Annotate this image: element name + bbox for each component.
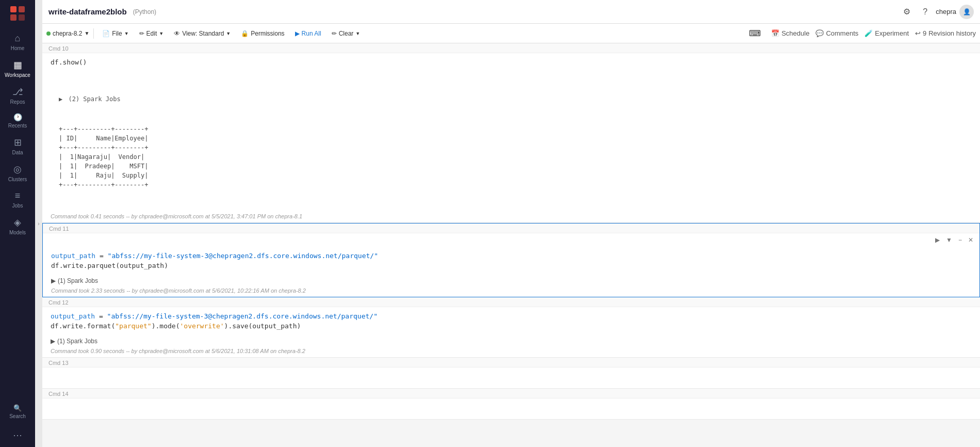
sidebar-item-jobs[interactable]: ≡ Jobs bbox=[0, 186, 35, 213]
spark-jobs-label-11: (1) Spark Jobs bbox=[58, 277, 98, 284]
cell-10-code[interactable]: df.show() bbox=[42, 53, 980, 72]
cell-10-output: ▶ (2) Spark Jobs +---+---------+--------… bbox=[42, 72, 980, 212]
cell-12-code[interactable]: output_path = "abfss://my-file-system-3@… bbox=[42, 307, 980, 336]
sidebar-label-repos: Repos bbox=[10, 99, 25, 105]
svg-rect-1 bbox=[19, 6, 25, 12]
experiment-icon: 🧪 bbox=[864, 29, 873, 37]
sidebar-item-search[interactable]: 🔍 Search bbox=[0, 400, 35, 425]
app-logo[interactable] bbox=[8, 4, 27, 23]
table-output: +---+---------+--------+ | ID| Name|Empl… bbox=[51, 124, 972, 189]
cell-12: Cmd 12 output_path = "abfss://my-file-sy… bbox=[42, 297, 980, 358]
spark-jobs-label-10: (2) Spark Jobs bbox=[64, 94, 120, 104]
search-icon: 🔍 bbox=[13, 404, 22, 412]
topbar: write-dataframe2blob (Python) ⚙ ? chepra… bbox=[42, 0, 980, 24]
cell-13-code[interactable] bbox=[42, 368, 980, 388]
cell-14-cmd: Cmd 14 bbox=[42, 389, 980, 398]
permissions-button[interactable]: 🔒 Permissions bbox=[237, 28, 288, 39]
spark-arrow-11: ▶ bbox=[51, 277, 56, 284]
view-dropdown-icon: ▼ bbox=[226, 31, 231, 36]
help-button[interactable]: ? bbox=[919, 5, 932, 19]
user-avatar: 👤 bbox=[959, 5, 974, 19]
sidebar-label-clusters: Clusters bbox=[8, 177, 27, 182]
file-icon: 📄 bbox=[102, 30, 110, 37]
sidebar-item-models[interactable]: ◈ Models bbox=[0, 213, 35, 240]
cell-13-cmd: Cmd 13 bbox=[42, 358, 980, 368]
sidebar-item-recents[interactable]: 🕐 Recents bbox=[0, 109, 35, 133]
comments-button[interactable]: 💬 Comments bbox=[815, 29, 858, 37]
edit-dropdown-icon: ▼ bbox=[159, 31, 164, 36]
schedule-icon: 📅 bbox=[771, 29, 779, 37]
sidebar-item-apps[interactable]: ⋯ bbox=[0, 425, 35, 447]
run-all-label: Run All bbox=[302, 30, 321, 37]
models-icon: ◈ bbox=[14, 217, 21, 228]
file-button[interactable]: 📄 File ▼ bbox=[98, 28, 133, 39]
view-button[interactable]: 👁 View: Standard ▼ bbox=[170, 28, 235, 39]
clear-button[interactable]: ✏ Clear ▼ bbox=[328, 28, 365, 39]
sidebar-label-models: Models bbox=[9, 230, 26, 235]
workspace-icon: ▦ bbox=[13, 59, 22, 71]
user-menu[interactable]: chepra 👤 bbox=[936, 5, 974, 19]
cluster-selector[interactable]: chepra-8.2 ▼ bbox=[46, 30, 89, 37]
revision-count: 9 bbox=[923, 29, 926, 37]
cell-12-cmd: Cmd 12 bbox=[42, 297, 980, 307]
run-all-icon: ▶ bbox=[295, 30, 300, 37]
cell-12-time: Command took 0.90 seconds -- by chpradee… bbox=[42, 347, 980, 357]
view-label: View: Standard bbox=[182, 30, 224, 37]
jobs-icon: ≡ bbox=[15, 190, 21, 201]
cell-11-code[interactable]: output_path = "abfss://my-file-system-3@… bbox=[43, 247, 979, 275]
experiment-button[interactable]: 🧪 Experiment bbox=[864, 29, 909, 37]
sidebar-label-home: Home bbox=[11, 45, 25, 51]
comments-icon: 💬 bbox=[815, 29, 824, 37]
sidebar-item-workspace[interactable]: ▦ Workspace bbox=[0, 55, 35, 82]
clear-icon: ✏ bbox=[332, 30, 337, 37]
main-area: write-dataframe2blob (Python) ⚙ ? chepra… bbox=[42, 0, 980, 447]
sidebar-label-jobs: Jobs bbox=[12, 203, 23, 209]
spark-jobs-12[interactable]: ▶ (1) Spark Jobs bbox=[42, 336, 980, 347]
sidebar-item-home[interactable]: ⌂ Home bbox=[0, 29, 35, 55]
settings-button[interactable]: ⚙ bbox=[899, 5, 914, 19]
run-all-button[interactable]: ▶ Run All bbox=[291, 28, 325, 39]
cell-10-time: Command took 0.41 seconds -- by chpradee… bbox=[42, 212, 980, 222]
view-icon: 👁 bbox=[174, 30, 180, 37]
clear-dropdown-icon: ▼ bbox=[355, 31, 360, 36]
sidebar-item-repos[interactable]: ⎇ Repos bbox=[0, 82, 35, 109]
svg-rect-3 bbox=[19, 14, 25, 21]
cell-close-button-11[interactable]: ✕ bbox=[966, 235, 975, 245]
edit-button[interactable]: ✏ Edit ▼ bbox=[135, 28, 168, 39]
file-dropdown-icon: ▼ bbox=[124, 31, 129, 36]
sidebar-label-data: Data bbox=[12, 150, 23, 155]
cluster-name: chepra-8.2 bbox=[53, 30, 82, 37]
clear-label: Clear bbox=[339, 30, 354, 37]
lock-icon: 🔒 bbox=[241, 30, 249, 37]
sidebar-collapse-handle[interactable]: › bbox=[35, 0, 42, 447]
edit-label: Edit bbox=[146, 30, 157, 37]
repos-icon: ⎇ bbox=[12, 86, 23, 98]
sidebar-item-data[interactable]: ⊞ Data bbox=[0, 133, 35, 159]
cell-minimize-button-11[interactable]: − bbox=[956, 235, 964, 245]
schedule-button[interactable]: 📅 Schedule bbox=[771, 29, 809, 37]
schedule-label: Schedule bbox=[781, 29, 809, 37]
cell-14: Cmd 14 bbox=[42, 389, 980, 420]
run-cell-button-11[interactable]: ▶ bbox=[933, 235, 942, 245]
cluster-dropdown-icon[interactable]: ▼ bbox=[84, 30, 89, 36]
data-icon: ⊞ bbox=[14, 137, 22, 148]
cell-10: Cmd 10 df.show() ▶ (2) Spark Jobs +---+-… bbox=[42, 43, 980, 223]
sidebar-label-workspace: Workspace bbox=[5, 72, 30, 78]
spark-jobs-11[interactable]: ▶ (1) Spark Jobs bbox=[43, 275, 979, 286]
comments-label: Comments bbox=[826, 29, 858, 37]
cell-11-cmd: Cmd 11 bbox=[43, 224, 979, 233]
sidebar-item-clusters[interactable]: ◎ Clusters bbox=[0, 159, 35, 186]
revision-label: Revision history bbox=[928, 29, 976, 37]
revision-history-button[interactable]: ↩ 9 Revision history bbox=[915, 29, 976, 37]
edit-icon: ✏ bbox=[139, 30, 144, 37]
cell-expand-button-11[interactable]: ▼ bbox=[944, 235, 954, 245]
spark-jobs-10[interactable]: ▶ (2) Spark Jobs bbox=[51, 92, 972, 106]
cell-14-code[interactable] bbox=[42, 398, 980, 419]
apps-icon: ⋯ bbox=[13, 429, 22, 441]
toolbar-separator-1 bbox=[93, 28, 94, 39]
spark-arrow-10: ▶ bbox=[59, 94, 62, 104]
keyboard-shortcuts-button[interactable]: ⌨ bbox=[745, 26, 765, 40]
home-icon: ⌂ bbox=[15, 33, 21, 44]
notebook-toolbar: chepra-8.2 ▼ 📄 File ▼ ✏ Edit ▼ 👁 View: S… bbox=[42, 24, 980, 43]
cluster-status-dot bbox=[46, 31, 51, 36]
